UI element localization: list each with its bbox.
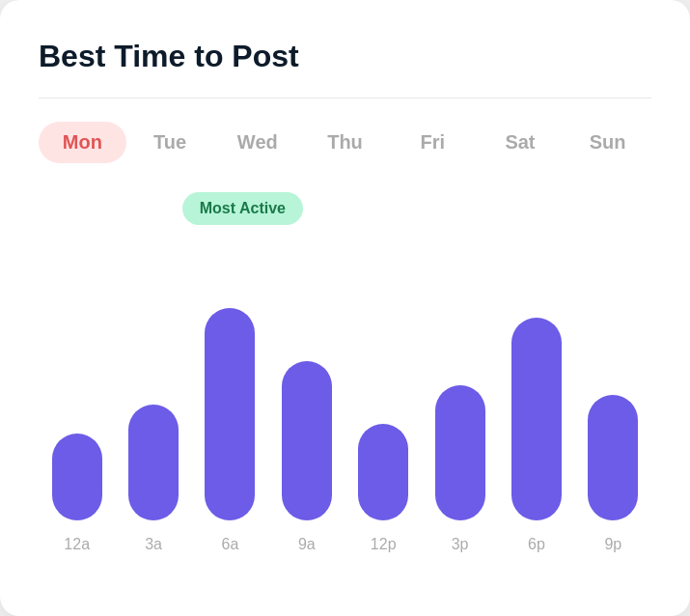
time-label-9a: 9a bbox=[268, 536, 345, 553]
time-label-12a: 12a bbox=[39, 536, 115, 553]
time-label-12p: 12p bbox=[345, 536, 422, 553]
best-time-card: Best Time to Post MonTueWedThuFriSatSun … bbox=[0, 0, 690, 616]
divider bbox=[39, 98, 651, 98]
time-label-3a: 3a bbox=[115, 536, 191, 553]
bar-wrapper-3a bbox=[115, 405, 191, 520]
bar-wrapper-9a bbox=[268, 361, 345, 520]
bar-3p bbox=[435, 385, 485, 520]
bar-9a bbox=[282, 361, 332, 520]
time-label-3p: 3p bbox=[422, 536, 498, 553]
bar-6a bbox=[205, 308, 255, 520]
time-labels: 12a3a6a9a12p3p6p9p bbox=[39, 536, 651, 553]
chart-area: Most Active 12a3a6a9a12p3p6p9p bbox=[39, 192, 651, 553]
bar-wrapper-12p bbox=[345, 424, 422, 520]
bar-12a bbox=[52, 434, 102, 520]
day-tab-sat[interactable]: Sat bbox=[477, 122, 565, 163]
most-active-badge: Most Active bbox=[182, 192, 303, 225]
day-tab-sun[interactable]: Sun bbox=[564, 122, 651, 163]
day-tabs: MonTueWedThuFriSatSun bbox=[39, 122, 651, 163]
day-tab-wed[interactable]: Wed bbox=[213, 122, 301, 163]
day-tab-tue[interactable]: Tue bbox=[126, 122, 214, 163]
bar-wrapper-3p bbox=[422, 385, 498, 520]
card-title: Best Time to Post bbox=[39, 39, 651, 74]
bar-6p bbox=[511, 318, 562, 520]
bar-wrapper-6p bbox=[498, 318, 574, 520]
time-label-6a: 6a bbox=[192, 536, 268, 553]
bar-wrapper-9p bbox=[575, 395, 651, 520]
time-label-6p: 6p bbox=[498, 536, 574, 553]
bar-9p bbox=[588, 395, 638, 520]
bar-wrapper-6a bbox=[192, 308, 268, 520]
day-tab-mon[interactable]: Mon bbox=[39, 122, 126, 163]
bar-12p bbox=[358, 424, 408, 520]
bars-container bbox=[39, 250, 651, 520]
day-tab-thu[interactable]: Thu bbox=[301, 122, 389, 163]
time-label-9p: 9p bbox=[575, 536, 651, 553]
bar-3a bbox=[128, 405, 179, 520]
day-tab-fri[interactable]: Fri bbox=[389, 122, 477, 163]
bar-wrapper-12a bbox=[39, 434, 115, 520]
